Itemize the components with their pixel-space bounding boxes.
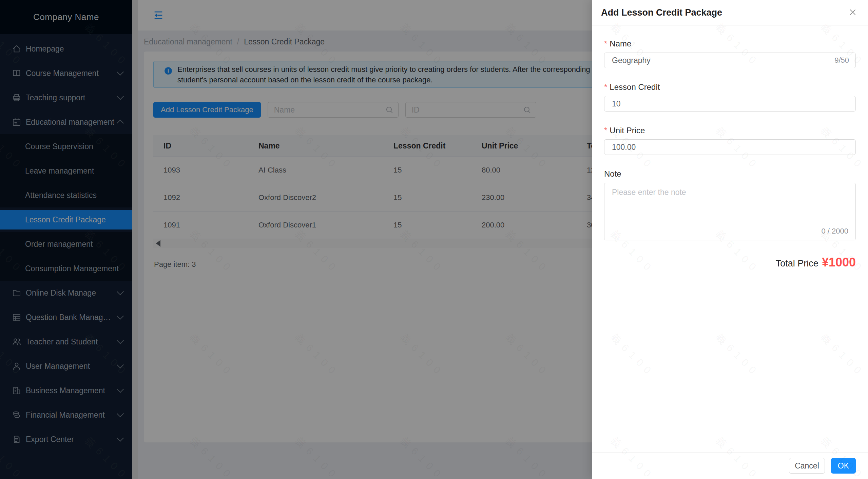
- required-asterisk: *: [604, 82, 607, 92]
- drawer-header: Add Lesson Credit Package: [592, 0, 868, 25]
- required-asterisk: *: [604, 39, 607, 48]
- drawer-body: * Name 9/50 * Lesson Credit * Unit Price: [592, 25, 868, 270]
- total-price-label: Total Price: [776, 258, 818, 269]
- required-asterisk: *: [604, 126, 607, 135]
- total-price-row: Total Price ¥1000: [604, 255, 856, 270]
- lesson-credit-field: [604, 96, 856, 112]
- unit-price-input[interactable]: [604, 139, 856, 155]
- close-icon: [848, 7, 857, 17]
- name-field-label: * Name: [604, 39, 856, 48]
- total-price-value: ¥1000: [822, 255, 856, 270]
- ok-button[interactable]: OK: [831, 458, 856, 474]
- name-char-counter: 9/50: [834, 56, 849, 65]
- note-char-counter: 0 / 2000: [821, 227, 848, 236]
- add-package-drawer: Add Lesson Credit Package * Name 9/50 * …: [592, 0, 868, 479]
- drawer-close-button[interactable]: [848, 7, 858, 18]
- lesson-credit-input[interactable]: [604, 96, 856, 112]
- unit-price-field-label: * Unit Price: [604, 126, 856, 135]
- drawer-title: Add Lesson Credit Package: [601, 7, 722, 18]
- cancel-button[interactable]: Cancel: [789, 458, 825, 474]
- drawer-footer: Cancel OK: [592, 452, 868, 479]
- lesson-credit-field-label: * Lesson Credit: [604, 82, 856, 92]
- note-field: 0 / 2000: [604, 183, 856, 242]
- note-textarea[interactable]: [604, 183, 856, 240]
- unit-price-field: [604, 139, 856, 155]
- name-field: 9/50: [604, 53, 856, 68]
- app-screen: Company Name HomepageCourse ManagementTe…: [0, 0, 868, 479]
- note-field-label: Note: [604, 169, 856, 179]
- name-input[interactable]: [604, 53, 856, 68]
